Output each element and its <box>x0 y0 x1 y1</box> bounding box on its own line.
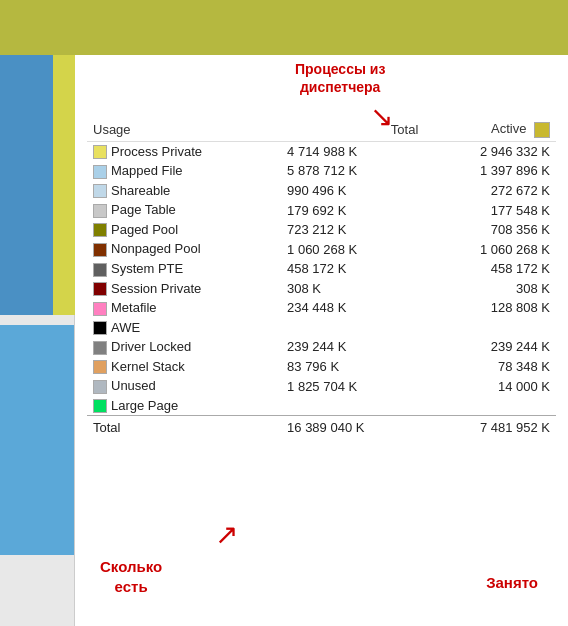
table-row: Large Page <box>87 396 556 416</box>
row-active: 239 244 K <box>424 337 556 357</box>
color-swatch <box>93 321 107 335</box>
row-total: 1 060 268 K <box>281 239 424 259</box>
row-label-cell: AWE <box>87 318 281 338</box>
row-total: 5 878 712 K <box>281 161 424 181</box>
row-label-cell: Driver Locked <box>87 337 281 357</box>
arrow-up-right-icon: ↗ <box>215 518 238 551</box>
row-label-text: Process Private <box>111 144 202 159</box>
row-label-text: Driver Locked <box>111 339 191 354</box>
table-row: Driver Locked239 244 K239 244 K <box>87 337 556 357</box>
row-label-text: Nonpaged Pool <box>111 241 201 256</box>
left-sidebar <box>0 55 75 626</box>
row-active: 177 548 K <box>424 200 556 220</box>
row-active <box>424 396 556 416</box>
row-active: 458 172 K <box>424 259 556 279</box>
row-total: 4 714 988 K <box>281 141 424 161</box>
row-label-text: Mapped File <box>111 163 183 178</box>
row-label-cell: Shareable <box>87 181 281 201</box>
color-swatch <box>93 184 107 198</box>
row-label-text: Shareable <box>111 183 170 198</box>
color-swatch <box>93 145 107 159</box>
row-label-text: Paged Pool <box>111 222 178 237</box>
row-total: 179 692 K <box>281 200 424 220</box>
color-swatch <box>93 165 107 179</box>
memory-table: Usage Total Active Process Private4 714 … <box>87 118 556 437</box>
row-label-text: Page Table <box>111 202 176 217</box>
row-label-cell: Session Private <box>87 279 281 299</box>
total-total: 16 389 040 K <box>281 416 424 438</box>
col-header-active: Active <box>424 118 556 141</box>
main-content: Usage Total Active Process Private4 714 … <box>75 55 568 626</box>
col-header-total: Total <box>281 118 424 141</box>
row-total: 308 K <box>281 279 424 299</box>
table-total-row: Total16 389 040 K7 481 952 K <box>87 416 556 438</box>
row-label-cell: Unused <box>87 376 281 396</box>
row-label-cell: Kernel Stack <box>87 357 281 377</box>
row-active: 308 K <box>424 279 556 299</box>
table-row: Nonpaged Pool1 060 268 K1 060 268 K <box>87 239 556 259</box>
row-label-cell: Process Private <box>87 141 281 161</box>
sidebar-yellow <box>53 55 75 315</box>
row-label-cell: Paged Pool <box>87 220 281 240</box>
active-header-swatch <box>534 122 550 138</box>
color-swatch <box>93 360 107 374</box>
row-label-cell: Page Table <box>87 200 281 220</box>
color-swatch <box>93 302 107 316</box>
table-row: Process Private4 714 988 K2 946 332 K <box>87 141 556 161</box>
row-total <box>281 396 424 416</box>
row-total <box>281 318 424 338</box>
row-label-text: Metafile <box>111 300 157 315</box>
color-swatch <box>93 380 107 394</box>
row-label-text: AWE <box>111 320 140 335</box>
row-active: 14 000 K <box>424 376 556 396</box>
color-swatch <box>93 243 107 257</box>
color-swatch <box>93 399 107 413</box>
row-total: 239 244 K <box>281 337 424 357</box>
row-active: 2 946 332 K <box>424 141 556 161</box>
top-bar <box>0 0 568 55</box>
row-active: 1 397 896 K <box>424 161 556 181</box>
table-row: Shareable990 496 K272 672 K <box>87 181 556 201</box>
row-label-text: Kernel Stack <box>111 359 185 374</box>
row-label-cell: Mapped File <box>87 161 281 181</box>
table-row: Session Private308 K308 K <box>87 279 556 299</box>
row-total: 1 825 704 K <box>281 376 424 396</box>
table-row: Page Table179 692 K177 548 K <box>87 200 556 220</box>
sidebar-blue-bottom <box>0 325 74 555</box>
row-total: 723 212 K <box>281 220 424 240</box>
table-row: Unused1 825 704 K14 000 K <box>87 376 556 396</box>
table-row: Metafile234 448 K128 808 K <box>87 298 556 318</box>
row-total: 458 172 K <box>281 259 424 279</box>
table-row: Kernel Stack83 796 K78 348 K <box>87 357 556 377</box>
color-swatch <box>93 204 107 218</box>
row-active: 128 808 K <box>424 298 556 318</box>
annotation-bottom-right: Занято <box>486 574 538 591</box>
row-label-text: System PTE <box>111 261 183 276</box>
color-swatch <box>93 223 107 237</box>
total-label: Total <box>87 416 281 438</box>
table-row: Mapped File5 878 712 K1 397 896 K <box>87 161 556 181</box>
row-label-cell: Nonpaged Pool <box>87 239 281 259</box>
row-label-text: Session Private <box>111 281 201 296</box>
row-label-text: Unused <box>111 378 156 393</box>
col-header-usage: Usage <box>87 118 281 141</box>
color-swatch <box>93 282 107 296</box>
row-total: 234 448 K <box>281 298 424 318</box>
row-total: 990 496 K <box>281 181 424 201</box>
sidebar-blue-top <box>0 55 74 315</box>
color-swatch <box>93 263 107 277</box>
row-label-text: Large Page <box>111 398 178 413</box>
table-row: Paged Pool723 212 K708 356 K <box>87 220 556 240</box>
row-label-cell: System PTE <box>87 259 281 279</box>
row-active: 1 060 268 K <box>424 239 556 259</box>
color-swatch <box>93 341 107 355</box>
row-active: 78 348 K <box>424 357 556 377</box>
annotation-bottom-left: Сколько есть <box>100 557 162 596</box>
row-active: 272 672 K <box>424 181 556 201</box>
row-active <box>424 318 556 338</box>
total-active: 7 481 952 K <box>424 416 556 438</box>
row-total: 83 796 K <box>281 357 424 377</box>
row-label-cell: Metafile <box>87 298 281 318</box>
table-row: System PTE458 172 K458 172 K <box>87 259 556 279</box>
table-row: AWE <box>87 318 556 338</box>
